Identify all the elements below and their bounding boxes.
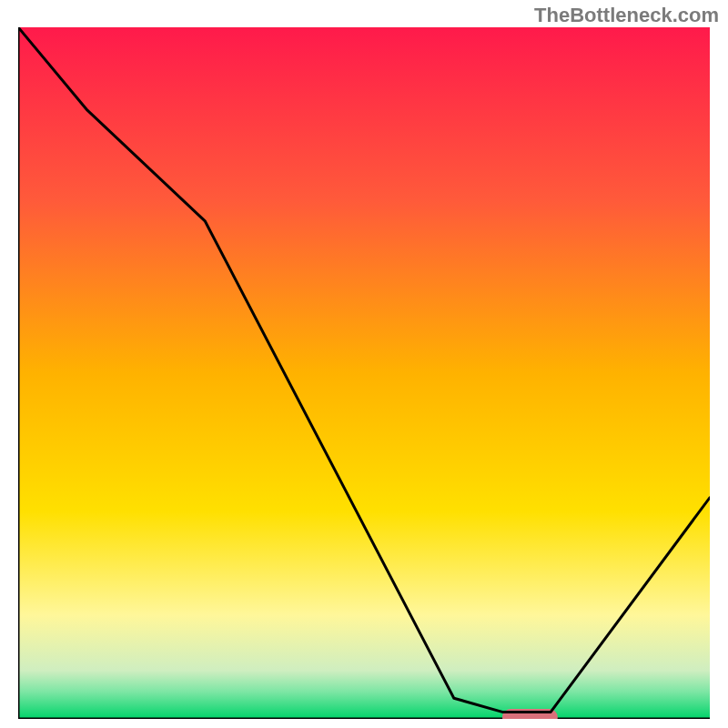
gradient-background [18, 27, 710, 719]
optimum-marker [502, 709, 558, 719]
plot-area [18, 27, 710, 719]
plot-svg [18, 27, 710, 719]
bottleneck-chart: TheBottleneck.com [0, 0, 728, 728]
watermark-label: TheBottleneck.com [534, 4, 719, 27]
